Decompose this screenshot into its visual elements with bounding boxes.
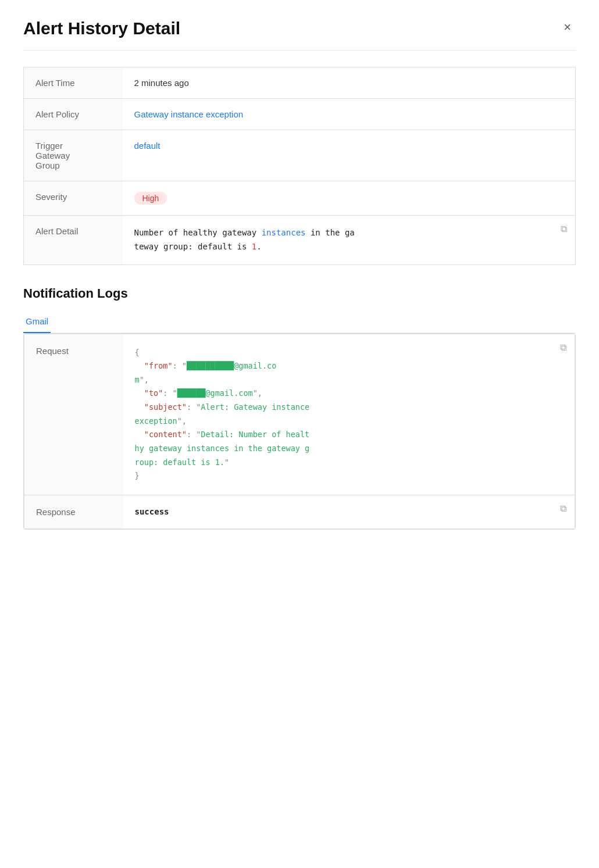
tab-gmail[interactable]: Gmail xyxy=(23,310,51,333)
modal-header: Alert History Detail × xyxy=(23,19,576,51)
close-button[interactable]: × xyxy=(559,19,576,36)
value-alert-detail: Number of healthy gateway instances in t… xyxy=(123,216,576,265)
logs-table: Request { "from": "██████████@gmail.com"… xyxy=(24,334,575,529)
value-response: success ⧉ xyxy=(123,495,575,528)
number-highlight: 1 xyxy=(252,242,256,251)
alert-detail-text: Number of healthy gateway instances in t… xyxy=(134,226,564,254)
label-request: Request xyxy=(24,334,123,495)
response-text: success xyxy=(135,507,169,516)
page-title: Alert History Detail xyxy=(23,19,180,38)
table-row: Severity High xyxy=(24,181,576,216)
tabs-bar: Gmail xyxy=(23,310,576,333)
in-keyword: instances xyxy=(262,228,306,237)
value-request: { "from": "██████████@gmail.com", "to": … xyxy=(123,334,575,495)
value-alert-policy: Gateway instance exception xyxy=(123,99,576,130)
value-severity: High xyxy=(123,181,576,216)
copy-icon[interactable]: ⧉ xyxy=(561,224,567,234)
value-trigger-gateway-group: default xyxy=(123,130,576,181)
severity-badge: High xyxy=(134,192,167,205)
json-block: { "from": "██████████@gmail.com", "to": … xyxy=(135,346,564,483)
label-alert-detail: Alert Detail xyxy=(24,216,123,265)
table-row: Response success ⧉ xyxy=(24,495,575,528)
label-trigger-gateway-group: TriggerGatewayGroup xyxy=(24,130,123,181)
label-response: Response xyxy=(24,495,123,528)
label-alert-policy: Alert Policy xyxy=(24,99,123,130)
label-severity: Severity xyxy=(24,181,123,216)
table-row: Alert Time 2 minutes ago xyxy=(24,67,576,99)
table-row: Alert Policy Gateway instance exception xyxy=(24,99,576,130)
logs-table-wrapper: Request { "from": "██████████@gmail.com"… xyxy=(23,333,576,530)
label-alert-time: Alert Time xyxy=(24,67,123,99)
detail-table: Alert Time 2 minutes ago Alert Policy Ga… xyxy=(23,67,576,265)
notification-logs-title: Notification Logs xyxy=(23,286,576,301)
table-row: TriggerGatewayGroup default xyxy=(24,130,576,181)
alert-policy-link[interactable]: Gateway instance exception xyxy=(134,109,244,119)
value-alert-time: 2 minutes ago xyxy=(123,67,576,99)
notification-logs-section: Notification Logs Gmail Request { "from"… xyxy=(23,286,576,530)
table-row: Alert Detail Number of healthy gateway i… xyxy=(24,216,576,265)
copy-icon[interactable]: ⧉ xyxy=(560,503,566,514)
table-row: Request { "from": "██████████@gmail.com"… xyxy=(24,334,575,495)
gateway-group-link[interactable]: default xyxy=(134,141,161,151)
copy-icon[interactable]: ⧉ xyxy=(560,342,566,353)
